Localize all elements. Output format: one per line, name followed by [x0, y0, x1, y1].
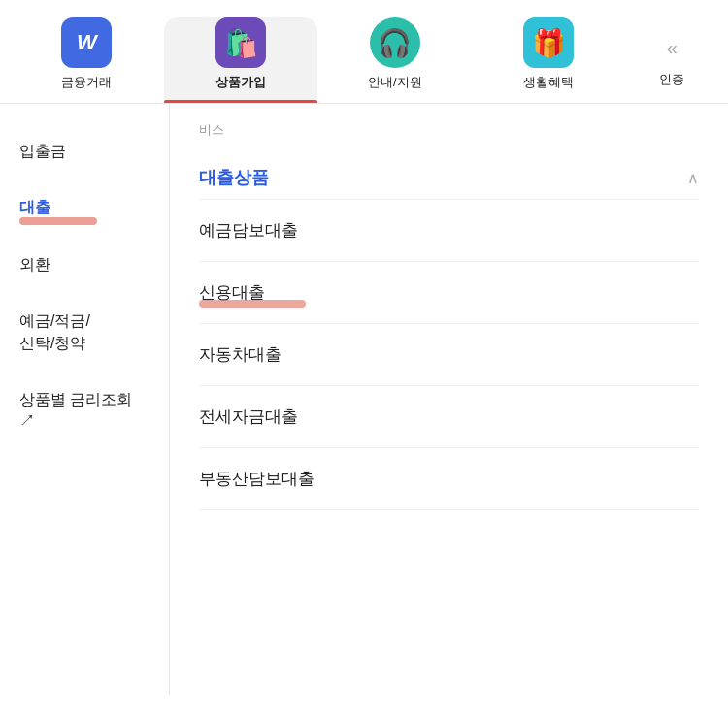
- nav-label-support: 안내/지원: [368, 74, 422, 91]
- category-title-loan-products: 대출상품: [199, 166, 269, 189]
- sidebar-item-savings[interactable]: 예금/적금/ 신탁/청약: [0, 293, 169, 372]
- nav-label-more: 인증: [659, 71, 684, 88]
- nav-label-finance: 금융거래: [61, 74, 112, 91]
- top-navigation: W 금융거래 🛍️ 상품가입 🎧 안내/지원 🎁 생활혜택 « 인증: [0, 0, 728, 104]
- menu-item-auto-loan[interactable]: 자동차대출: [199, 324, 699, 386]
- product-icon: 🛍️: [215, 17, 266, 68]
- menu-item-jeonse-loan[interactable]: 전세자금대출: [199, 386, 699, 448]
- menu-item-deposit-secured[interactable]: 예금담보대출: [199, 200, 699, 262]
- nav-item-benefits[interactable]: 🎁 생활혜택: [472, 17, 626, 103]
- sidebar: 입출금 대출 외환 예금/적금/ 신탁/청약 상품별 금리조회 ↗: [0, 104, 170, 695]
- menu-item-real-estate-loan[interactable]: 부동산담보대출: [199, 448, 699, 510]
- section-subtitle: 비스: [199, 104, 699, 148]
- finance-icon: W: [61, 17, 112, 68]
- menu-item-credit-loan[interactable]: 신용대출: [199, 262, 699, 324]
- sidebar-item-loan[interactable]: 대출: [0, 179, 169, 236]
- sidebar-item-foreign-exchange[interactable]: 외환: [0, 237, 169, 293]
- nav-label-benefits: 생활혜택: [523, 74, 574, 91]
- sidebar-item-rate-inquiry[interactable]: 상품별 금리조회 ↗: [0, 372, 169, 450]
- benefits-icon: 🎁: [523, 17, 574, 68]
- sidebar-item-deposit-withdrawal[interactable]: 입출금: [0, 123, 169, 179]
- main-area: 입출금 대출 외환 예금/적금/ 신탁/청약 상품별 금리조회 ↗ 비스 대출상…: [0, 104, 728, 695]
- nav-more[interactable]: « 인증: [626, 21, 718, 100]
- support-icon: 🎧: [370, 17, 420, 68]
- nav-item-support[interactable]: 🎧 안내/지원: [317, 17, 472, 103]
- chevron-left-icon: «: [667, 37, 678, 59]
- chevron-up-icon: ∧: [687, 169, 699, 187]
- nav-item-finance[interactable]: W 금융거래: [10, 17, 164, 103]
- content-area: 비스 대출상품 ∧ 예금담보대출 신용대출 자동차대출 전세자금대출 부동산담보…: [170, 104, 728, 695]
- category-header-loan-products[interactable]: 대출상품 ∧: [199, 148, 699, 200]
- nav-item-product[interactable]: 🛍️ 상품가입: [164, 17, 318, 103]
- nav-label-product: 상품가입: [215, 74, 266, 91]
